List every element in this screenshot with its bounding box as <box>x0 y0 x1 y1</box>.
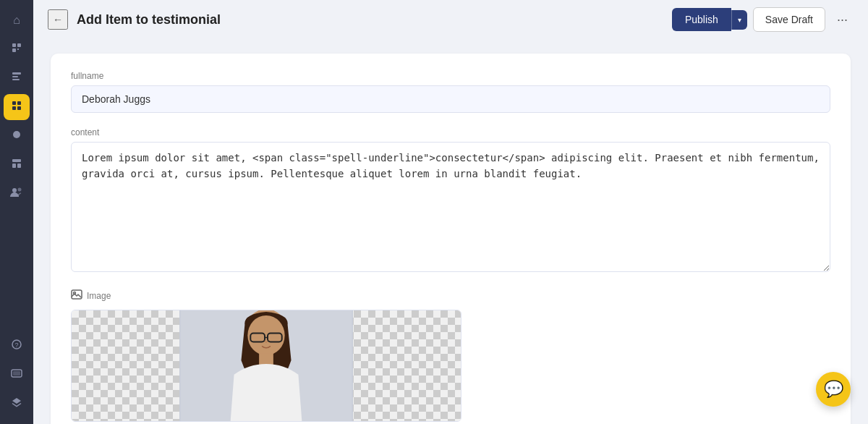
pages-icon <box>11 71 22 85</box>
sidebar-item-users[interactable] <box>4 181 30 207</box>
image-group: Image <box>71 289 830 422</box>
home-icon: ⌂ <box>13 14 20 27</box>
svg-rect-6 <box>12 79 20 80</box>
sidebar-item-templates[interactable] <box>4 152 30 178</box>
image-label: Image <box>87 291 111 301</box>
help-icon: ? <box>11 339 22 353</box>
svg-point-16 <box>18 188 22 192</box>
publish-button-group: Publish ▾ <box>672 8 747 31</box>
blog-icon <box>11 42 22 56</box>
layers-icon <box>11 397 22 411</box>
sidebar-item-view[interactable] <box>4 362 30 388</box>
sidebar: ⌂ <box>0 0 33 424</box>
sidebar-item-home[interactable]: ⌂ <box>4 7 30 33</box>
sidebar-item-layers[interactable] <box>4 391 30 417</box>
more-dots-icon: ··· <box>837 12 848 27</box>
page-header: ← Add Item to testimonial Publish ▾ Save… <box>33 0 868 39</box>
svg-rect-13 <box>12 164 16 168</box>
content-area: fullname content Lorem ipsum dolor sit a… <box>33 39 868 424</box>
svg-text:?: ? <box>14 342 18 349</box>
save-draft-button[interactable]: Save Draft <box>753 7 825 32</box>
sidebar-item-pages[interactable] <box>4 65 30 91</box>
svg-rect-7 <box>12 101 16 105</box>
svg-rect-1 <box>17 43 21 47</box>
svg-rect-0 <box>12 43 16 47</box>
view-icon <box>11 368 22 382</box>
page-title: Add Item to testimonial <box>77 12 663 27</box>
shape-icon <box>11 129 22 143</box>
content-label: content <box>71 127 830 137</box>
publish-dropdown-button[interactable]: ▾ <box>731 10 747 30</box>
publish-button[interactable]: Publish <box>672 8 731 31</box>
main-area: ← Add Item to testimonial Publish ▾ Save… <box>33 0 868 424</box>
chat-icon: 💬 <box>824 380 843 399</box>
person-image <box>179 310 353 421</box>
sidebar-item-blog[interactable] <box>4 36 30 62</box>
form-card: fullname content Lorem ipsum dolor sit a… <box>51 54 851 424</box>
fullname-label: fullname <box>71 71 830 81</box>
chat-bubble-button[interactable]: 💬 <box>816 372 851 407</box>
svg-rect-9 <box>12 106 16 110</box>
svg-rect-20 <box>13 371 20 376</box>
svg-rect-5 <box>12 76 18 77</box>
svg-rect-2 <box>12 48 16 52</box>
sidebar-item-help[interactable]: ? <box>4 333 30 359</box>
svg-rect-8 <box>17 101 21 105</box>
svg-point-11 <box>13 131 20 138</box>
image-upload-container[interactable] <box>71 310 461 422</box>
more-options-button[interactable]: ··· <box>831 9 854 30</box>
sidebar-item-shapes[interactable] <box>4 123 30 149</box>
photo-area <box>179 310 353 421</box>
sidebar-item-grid[interactable] <box>4 94 30 120</box>
fullname-group: fullname <box>71 71 830 113</box>
svg-rect-14 <box>17 164 21 168</box>
svg-point-15 <box>12 188 17 192</box>
back-button[interactable]: ← <box>48 9 68 30</box>
chevron-down-icon: ▾ <box>738 16 741 24</box>
users-icon <box>10 187 23 201</box>
svg-rect-4 <box>12 72 21 75</box>
grid-icon <box>11 100 22 114</box>
header-actions: Publish ▾ Save Draft ··· <box>672 7 854 32</box>
content-textarea[interactable]: Lorem ipsum dolor sit amet, <span class=… <box>71 142 830 272</box>
fullname-input[interactable] <box>71 85 830 113</box>
svg-rect-3 <box>17 48 19 50</box>
image-icon <box>71 289 82 302</box>
content-group: content Lorem ipsum dolor sit amet, <spa… <box>71 127 830 275</box>
back-arrow-icon: ← <box>53 14 63 25</box>
template-icon <box>11 158 22 172</box>
svg-rect-10 <box>17 106 21 110</box>
svg-point-25 <box>247 315 284 355</box>
svg-rect-12 <box>12 159 21 162</box>
